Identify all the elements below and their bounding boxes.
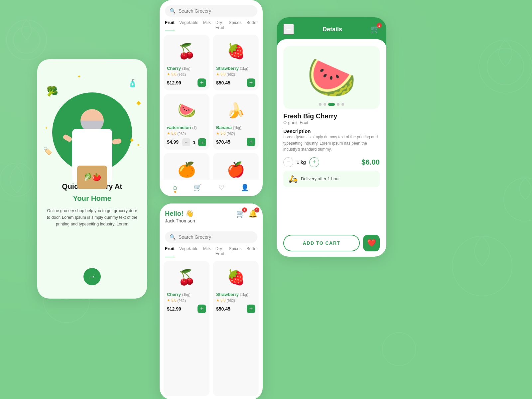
strawberry-price: $50.45: [216, 80, 230, 85]
tab-vegetable-hello[interactable]: Vegetable: [179, 246, 199, 257]
svg-point-2: [479, 40, 532, 93]
svg-point-9: [504, 178, 532, 221]
tab-milk-top[interactable]: Milk: [203, 20, 211, 31]
category-tabs-top: Fruit Vegetable Milk Dry Fruit Spices Bu…: [160, 17, 263, 31]
bottle-icon: 🧴: [128, 79, 137, 88]
tab-butter-hello[interactable]: Butter: [246, 246, 258, 257]
hello-strawberry-img: 🍓: [216, 264, 255, 291]
svg-point-1: [13, 27, 40, 53]
description-section: Description Lorem Ipsum is simply dummy …: [283, 128, 380, 153]
hello-strawberry-add-button[interactable]: +: [247, 305, 255, 313]
cherry-unit: (1kg): [182, 66, 191, 70]
sparkle-icon-1: ✦: [77, 74, 81, 79]
description-text: Lorem Ipsum is simply dummy text of the …: [283, 134, 380, 153]
qty-control: − 1 kg +: [283, 157, 319, 167]
tab-butter-top[interactable]: Butter: [246, 20, 258, 31]
cherry-price-row: $12.99 +: [167, 78, 206, 87]
tab-spices-hello[interactable]: Spices: [229, 246, 242, 257]
banana-name: Banana (1kg): [216, 125, 255, 130]
product-card-strawberry: 🍓 Strawberry (1kg) ★ 5.0 (962) $50.45 +: [213, 35, 259, 90]
hello-cherry-name: Cherry (1kg): [167, 292, 206, 297]
wishlist-button[interactable]: ❤️: [363, 235, 380, 251]
product-grid-top: 🍒 Cherry (1kg) ★ 5.0 (962) $12.99 + 🍓 St…: [160, 31, 263, 180]
watermelon-detail-emoji: 🍉: [307, 54, 356, 101]
strawberry-name: Strawberry (1kg): [216, 66, 255, 71]
detail-plus-button[interactable]: +: [309, 157, 319, 167]
cherry-img: 🍒: [167, 38, 206, 65]
banana-rating: ★ 5.0 (962): [216, 131, 255, 136]
delivery-banner: 🛵 Delivery after 1 hour: [283, 171, 380, 187]
add-to-cart-button[interactable]: ADD TO CART: [283, 235, 360, 251]
details-title: Details: [323, 26, 342, 33]
search-bar-hello[interactable]: 🔍: [165, 231, 257, 243]
detail-price: $6.00: [361, 158, 380, 167]
orange-img: 🍊: [167, 156, 206, 180]
tab-milk-hello[interactable]: Milk: [203, 246, 211, 257]
strawberry-price-row: $50.45 +: [216, 78, 255, 87]
grocery-list-card-top: 🔍 Fruit Vegetable Milk Dry Fruit Spices …: [160, 0, 263, 196]
detail-product-image: 🍉: [283, 46, 380, 109]
get-started-button[interactable]: →: [83, 268, 101, 285]
dot-3-active[interactable]: [328, 103, 335, 106]
hello-cart-button[interactable]: 🛒 1: [236, 209, 245, 218]
tab-fruit-hello[interactable]: Fruit: [165, 246, 175, 257]
product-card-cherry: 🍒 Cherry (1kg) ★ 5.0 (962) $12.99 +: [164, 35, 209, 90]
hello-notification-button[interactable]: 🔔 1: [248, 209, 257, 218]
hello-greeting: Hello! 👋: [165, 209, 195, 217]
search-icon-top: 🔍: [170, 8, 176, 14]
hello-cherry-add-button[interactable]: +: [198, 305, 206, 313]
intro-text-section: Quick Delivery At Your Home Online groce…: [37, 182, 147, 287]
dot-5[interactable]: [341, 103, 344, 106]
hello-text-wrap: Hello! 👋 Jack Thomson: [165, 209, 195, 223]
svg-point-0: [7, 20, 47, 60]
dot-2[interactable]: [324, 103, 326, 106]
apple-img: 🍎: [216, 156, 255, 180]
details-header: ← Details 🛒 1: [277, 17, 386, 39]
cherry-add-button[interactable]: +: [198, 78, 206, 87]
watermelon-price: $4.99: [167, 139, 179, 145]
tab-dryfruit-top[interactable]: Dry Fruit: [215, 20, 224, 31]
cherry-name: Cherry (1kg): [167, 66, 206, 71]
delivery-icon: 🛵: [289, 175, 298, 183]
banana-price: $70.45: [216, 139, 230, 145]
search-input-top[interactable]: [179, 8, 253, 14]
hello-strawberry-rating: ★ 5.0 (962): [216, 298, 255, 303]
dot-4[interactable]: [337, 103, 339, 106]
action-row: ADD TO CART ❤️: [283, 235, 380, 251]
banana-img: 🍌: [216, 97, 255, 124]
qty-price-row: − 1 kg + $6.00: [283, 157, 380, 167]
strawberry-add-button[interactable]: +: [247, 78, 255, 87]
hello-action-icons: 🛒 1 🔔 1: [236, 209, 257, 218]
banana-add-button[interactable]: +: [247, 138, 255, 146]
nav-user-top[interactable]: 👤: [241, 184, 249, 192]
tab-dryfruit-hello[interactable]: Dry Fruit: [215, 246, 224, 257]
watermelon-img: 🍉: [167, 97, 206, 124]
description-label: Description: [283, 128, 380, 134]
search-bar-top[interactable]: 🔍: [165, 5, 257, 17]
svg-point-5: [452, 236, 512, 296]
category-tabs-hello: Fruit Vegetable Milk Dry Fruit Spices Bu…: [160, 243, 263, 257]
cart-icon-details[interactable]: 🛒 1: [371, 25, 380, 34]
watermelon-minus-button[interactable]: −: [182, 138, 190, 146]
hello-cherry-rating: ★ 5.0 (962): [167, 298, 206, 303]
watermelon-plus-button[interactable]: +: [198, 138, 206, 146]
watermelon-rating: ★ 5.0 (962): [167, 131, 206, 136]
tab-fruit-top[interactable]: Fruit: [165, 20, 175, 31]
details-card: ← Details 🛒 1 🍉 Fresh Big Cherry Organic…: [277, 17, 386, 257]
strawberry-img: 🍓: [216, 38, 255, 65]
dot-1[interactable]: [319, 103, 322, 106]
tag-icon: 🏷️: [43, 147, 52, 156]
diamond-icon-2: ◆: [130, 137, 134, 142]
tab-spices-top[interactable]: Spices: [229, 20, 242, 31]
delivery-text: Delivery after 1 hour: [301, 176, 340, 181]
detail-product-name: Fresh Big Cherry: [283, 112, 380, 120]
search-input-hello[interactable]: [179, 234, 253, 240]
detail-minus-button[interactable]: −: [283, 157, 293, 167]
svg-point-7: [382, 332, 416, 366]
nav-heart-top[interactable]: ♡: [218, 184, 224, 192]
tab-vegetable-top[interactable]: Vegetable: [179, 20, 199, 31]
detail-qty-label: 1 kg: [297, 160, 306, 165]
nav-home-top[interactable]: ⌂: [173, 184, 177, 192]
back-button[interactable]: ←: [283, 24, 294, 35]
nav-cart-top[interactable]: 🛒: [194, 184, 202, 192]
